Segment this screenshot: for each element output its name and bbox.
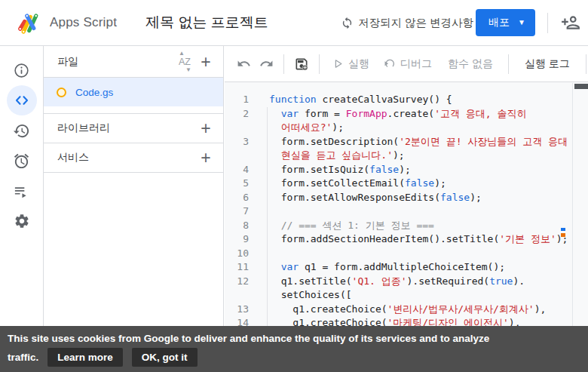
editor-toolbar: 실행 디버그 함수 없음 실행 로그	[225, 46, 588, 82]
sort-caret-up-icon: ▲	[179, 50, 185, 57]
deploy-button[interactable]: 배포 ▼	[476, 9, 535, 36]
learn-more-button[interactable]: Learn more	[47, 348, 123, 367]
nav-executions[interactable]	[7, 176, 37, 206]
person-add-icon	[561, 13, 580, 32]
code-row: 10	[225, 247, 588, 261]
files-panel: 파일 ▲AZ▼ + Code.gs 라이브러리 + 서비스 +	[44, 46, 224, 372]
nav-editor[interactable]	[7, 85, 37, 115]
code-row: 9 form.addSectionHeaderItem().setTitle('…	[225, 232, 588, 247]
files-panel-header: 파일 ▲AZ▼ +	[44, 46, 223, 78]
code-row: 6 form.setAllowResponseEdits(false);	[225, 191, 588, 205]
execution-log-button[interactable]: 실행 로그	[525, 57, 570, 71]
chevron-down-icon: ▼	[518, 19, 525, 26]
save-icon	[294, 57, 309, 72]
file-name: Code.gs	[75, 87, 113, 98]
run-icon	[332, 58, 344, 69]
indent-guide	[267, 107, 268, 330]
code-rows: 1function createCallvaSurvey() {2 var fo…	[225, 93, 588, 330]
overview-ruler-mark	[561, 233, 565, 237]
services-section: 서비스 +	[44, 143, 223, 173]
alarm-icon	[13, 152, 30, 170]
code-row: 4 form.setIsQuiz(false);	[225, 163, 588, 177]
file-list-spacer	[44, 106, 223, 114]
add-library-button[interactable]: +	[194, 117, 217, 140]
app-logo[interactable]: Apps Script	[15, 9, 117, 36]
toolbar-divider	[586, 54, 586, 74]
run-button[interactable]: 실행	[332, 57, 369, 71]
undo-icon	[237, 57, 251, 71]
libraries-label: 라이브러리	[57, 121, 110, 135]
scrollbar-thumb[interactable]	[574, 84, 588, 89]
info-icon	[13, 62, 30, 79]
nav-rail	[0, 46, 44, 372]
code-row: 13 q1.createChoice('변리사/법무사/세무사/회계사'),	[225, 303, 588, 317]
cookie-message-line1: This site uses cookies from Google to de…	[8, 333, 580, 344]
add-file-button[interactable]: +	[194, 51, 217, 73]
code-row: setChoices([	[225, 288, 588, 303]
history-icon	[13, 122, 30, 140]
libraries-section: 라이브러리 +	[44, 114, 223, 143]
code-row: 3 form.setDescription('2분이면 끝! 사장님들의 고객 …	[225, 135, 588, 149]
debug-icon	[383, 57, 396, 70]
save-status-text: 저장되지 않은 변경사항	[358, 16, 473, 30]
toolbar-divider	[508, 54, 509, 74]
header-divider	[547, 13, 548, 33]
share-button[interactable]	[558, 10, 583, 35]
nav-overview[interactable]	[7, 55, 37, 85]
save-button[interactable]	[290, 53, 313, 75]
function-selector[interactable]: 함수 없음	[448, 57, 493, 71]
ok-got-it-button[interactable]: OK, got it	[132, 348, 198, 367]
toolbar-divider	[319, 54, 320, 74]
nav-triggers[interactable]	[7, 146, 37, 176]
cookie-message-line2: traffic.	[8, 352, 38, 363]
redo-icon	[259, 57, 274, 71]
code-row: 5 form.setCollectEmail(false);	[225, 177, 588, 191]
debug-button[interactable]: 디버그	[383, 57, 432, 71]
overview-ruler-mark	[561, 228, 565, 231]
gear-icon	[14, 213, 30, 229]
toolbar-divider	[283, 54, 284, 74]
code-row: 현실을 듣고 싶습니다.');	[225, 149, 588, 163]
apps-script-logo-icon	[15, 9, 42, 36]
redo-button[interactable]	[255, 53, 277, 75]
code-scroll: 1function createCallvaSurvey() {2 var fo…	[225, 83, 588, 330]
sort-az-button[interactable]: ▲AZ▼	[175, 54, 194, 69]
gs-file-icon	[57, 88, 66, 97]
undo-button[interactable]	[232, 53, 255, 75]
files-panel-title: 파일	[57, 55, 78, 69]
app-name: Apps Script	[50, 15, 117, 30]
project-title[interactable]: 제목 없는 프로젝트	[145, 13, 268, 32]
sort-caret-down-icon: ▼	[185, 66, 191, 73]
code-row: 11 var q1 = form.addMultipleChoiceItem()…	[225, 260, 588, 275]
sync-icon	[341, 17, 354, 29]
services-label: 서비스	[57, 151, 89, 164]
cookie-banner: This site uses cookies from Google to de…	[0, 326, 588, 372]
code-row: 12 q1.setTitle('Q1. 업종').setRequired(tru…	[225, 275, 588, 289]
nav-settings[interactable]	[7, 206, 37, 236]
editor-region: 실행 디버그 함수 없음 실행 로그 1function createCallv…	[225, 46, 588, 372]
executions-icon	[13, 183, 30, 200]
file-item-code-gs[interactable]: Code.gs	[44, 78, 223, 106]
code-row: 1function createCallvaSurvey() {	[225, 93, 588, 107]
code-row: 2 var form = FormApp.create('고객 응대, 솔직히	[225, 107, 588, 121]
code-row: 7	[225, 204, 588, 219]
code-row: 8 // === 섹션 1: 기본 정보 ===	[225, 219, 588, 233]
code-icon	[13, 91, 31, 109]
app-header: Apps Script 제목 없는 프로젝트 저장되지 않은 변경사항 배포 ▼	[0, 0, 588, 46]
code-row: 어떠세요?');	[225, 121, 588, 135]
add-service-button[interactable]: +	[194, 146, 217, 169]
nav-project-history[interactable]	[7, 115, 37, 146]
save-status: 저장되지 않은 변경사항	[341, 16, 473, 30]
